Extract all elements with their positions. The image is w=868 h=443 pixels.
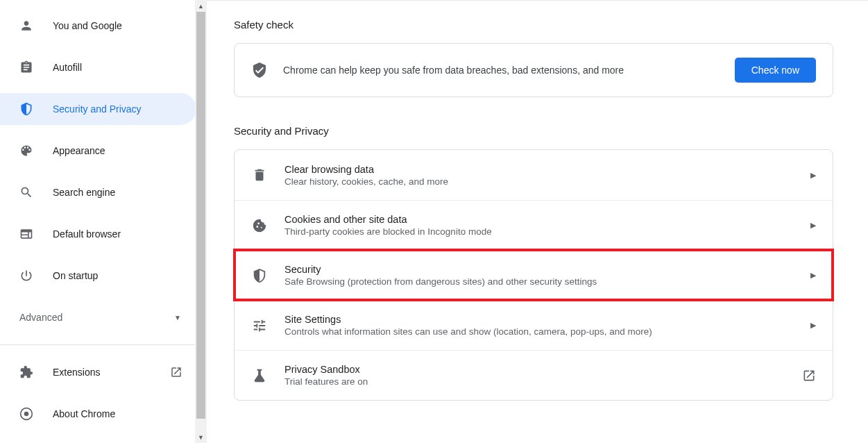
sidebar-item-label: Default browser: [53, 228, 121, 240]
sidebar-item-label: Extensions: [53, 367, 100, 378]
shield-icon: [251, 267, 268, 284]
scroll-thumb[interactable]: [196, 12, 205, 419]
sidebar-item-on-startup[interactable]: On startup: [0, 260, 196, 292]
chevron-right-icon: ▶: [810, 221, 816, 230]
row-sub: Safe Browsing (protection from dangerous…: [284, 276, 802, 287]
sidebar-item-label: You and Google: [53, 20, 122, 31]
main-content: Safety check Chrome can help keep you sa…: [206, 0, 868, 443]
check-now-button[interactable]: Check now: [735, 58, 816, 83]
sidebar-item-appearance[interactable]: Appearance: [0, 135, 196, 167]
safety-check-card: Chrome can help keep you safe from data …: [234, 43, 833, 97]
safety-check-title: Safety check: [234, 19, 833, 31]
chevron-right-icon: ▶: [810, 271, 816, 280]
row-title: Clear browsing data: [284, 164, 802, 175]
shield-check-icon: [251, 62, 268, 78]
sidebar-item-security-and-privacy[interactable]: Security and Privacy: [0, 93, 196, 125]
row-sub: Controls what information sites can use …: [284, 326, 802, 337]
sidebar-item-autofill[interactable]: Autofill: [0, 51, 196, 83]
scroll-up-arrow-icon[interactable]: ▲: [195, 0, 207, 12]
sidebar-advanced-toggle[interactable]: Advanced ▼: [0, 301, 206, 333]
palette-icon: [19, 144, 33, 158]
search-icon: [19, 185, 33, 199]
row-security[interactable]: Security Safe Browsing (protection from …: [235, 250, 833, 300]
sidebar-item-you-and-google[interactable]: You and Google: [0, 10, 196, 42]
shield-icon: [19, 102, 33, 116]
security-privacy-title: Security and Privacy: [234, 125, 833, 137]
row-sub: Clear history, cookies, cache, and more: [284, 176, 802, 187]
scrollbar[interactable]: ▲ ▼: [195, 0, 207, 443]
person-icon: [19, 19, 33, 33]
power-icon: [19, 269, 33, 283]
sidebar: You and Google Autofill Security and Pri…: [0, 0, 206, 443]
security-privacy-card: Clear browsing data Clear history, cooki…: [234, 149, 833, 401]
sidebar-item-about-chrome[interactable]: About Chrome: [0, 398, 196, 430]
chevron-right-icon: ▶: [810, 171, 816, 180]
open-external-icon: [170, 366, 182, 378]
row-clear-browsing-data[interactable]: Clear browsing data Clear history, cooki…: [235, 150, 833, 200]
svg-point-1: [24, 412, 29, 417]
sidebar-item-label: Security and Privacy: [53, 103, 142, 115]
sidebar-item-label: About Chrome: [53, 408, 115, 419]
row-title: Cookies and other site data: [284, 214, 802, 225]
extension-icon: [19, 365, 33, 379]
sidebar-item-default-browser[interactable]: Default browser: [0, 218, 196, 250]
window-icon: [19, 227, 33, 241]
clipboard-icon: [19, 60, 33, 74]
safety-check-text: Chrome can help keep you safe from data …: [283, 65, 735, 76]
row-privacy-sandbox[interactable]: Privacy Sandbox Trial features are on: [235, 350, 833, 400]
advanced-label: Advanced: [19, 312, 62, 323]
chevron-down-icon: ▼: [174, 314, 181, 321]
row-sub: Trial features are on: [284, 376, 794, 387]
scroll-down-arrow-icon[interactable]: ▼: [195, 431, 207, 443]
row-title: Site Settings: [284, 314, 802, 325]
cookie-icon: [251, 217, 268, 234]
row-title: Privacy Sandbox: [284, 364, 794, 375]
sidebar-item-label: Autofill: [53, 62, 82, 73]
sidebar-item-label: Appearance: [53, 145, 105, 156]
trash-icon: [251, 167, 268, 183]
sidebar-item-label: On startup: [53, 270, 98, 281]
row-sub: Third-party cookies are blocked in Incog…: [284, 226, 802, 237]
row-title: Security: [284, 264, 802, 275]
sidebar-item-search-engine[interactable]: Search engine: [0, 176, 196, 208]
tune-icon: [251, 317, 268, 334]
open-external-icon: [802, 369, 816, 383]
row-site-settings[interactable]: Site Settings Controls what information …: [235, 300, 833, 350]
chrome-icon: [19, 407, 33, 421]
flask-icon: [251, 367, 268, 384]
chevron-right-icon: ▶: [810, 321, 816, 330]
sidebar-item-extensions[interactable]: Extensions: [0, 356, 196, 388]
sidebar-item-label: Search engine: [53, 187, 115, 198]
row-cookies[interactable]: Cookies and other site data Third-party …: [235, 200, 833, 250]
